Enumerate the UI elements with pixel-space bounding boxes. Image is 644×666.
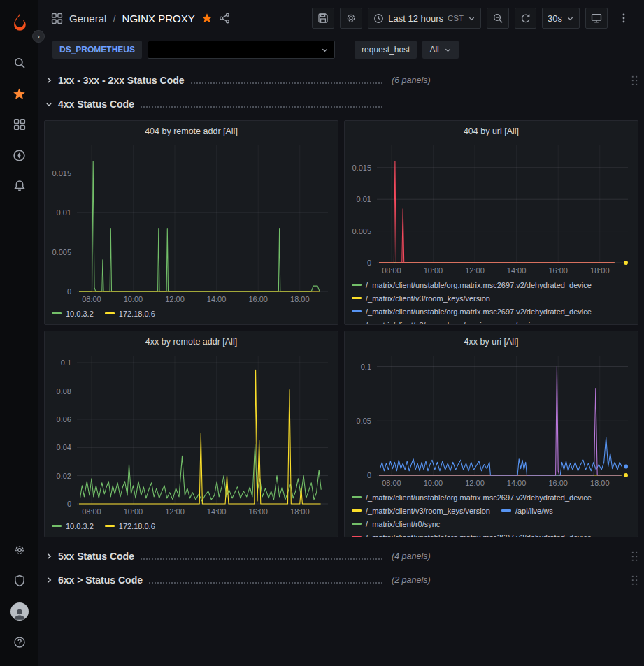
sidebar-item-alerting[interactable] — [5, 171, 34, 201]
legend-label: /_matrix/client/unstable/org.matrix.msc2… — [366, 307, 592, 316]
row-drag-handle[interactable] — [631, 574, 638, 586]
legend-color-swatch — [352, 284, 362, 286]
tv-mode-button[interactable] — [585, 8, 608, 29]
sidebar-item-server-admin[interactable] — [5, 565, 34, 596]
legend-label: /api/live/ws — [515, 507, 553, 515]
question-circle-icon — [13, 636, 26, 649]
timeseries-chart[interactable]: 00.020.040.060.080.108:0010:0012:0014:00… — [45, 349, 338, 518]
legend-color-swatch — [352, 536, 362, 537]
kebab-menu-button[interactable] — [613, 8, 634, 29]
legend-color-swatch — [352, 496, 362, 498]
refresh-interval-picker[interactable]: 30s — [542, 8, 580, 29]
sidebar-item-configuration[interactable] — [5, 535, 34, 565]
panel-title[interactable]: 404 by remote addr [All] — [45, 121, 338, 138]
timeseries-chart[interactable]: 00.0050.010.01508:0010:0012:0014:0016:00… — [45, 138, 338, 305]
datasource-variable-select[interactable] — [148, 41, 335, 59]
row-title: 6xx > Status Code — [58, 574, 143, 586]
chart-svg: 00.050.108:0010:0012:0014:0016:0018:00 — [345, 349, 638, 489]
panel-title[interactable]: 404 by uri [All] — [345, 121, 638, 138]
legend-color-swatch — [105, 525, 115, 527]
request-host-variable-label: request_host — [355, 41, 417, 59]
row-drag-handle[interactable] — [631, 75, 638, 87]
legend-item[interactable]: /sw.js — [501, 318, 534, 324]
grafana-logo[interactable] — [5, 7, 34, 38]
legend-color-swatch — [52, 312, 62, 314]
legend-item[interactable]: /_matrix/client/r0/sync — [352, 517, 440, 530]
favorite-star-icon[interactable] — [201, 13, 213, 24]
legend-item[interactable]: /_matrix/client/unstable/org.matrix.msc2… — [352, 305, 592, 318]
svg-text:08:00: 08:00 — [82, 507, 101, 516]
svg-text:14:00: 14:00 — [507, 266, 527, 275]
svg-text:18:00: 18:00 — [590, 479, 610, 487]
legend-label: /_matrix/client/v3/room_keys/version — [366, 507, 490, 515]
row-1xx-3xx-2xx[interactable]: 1xx - 3xx - 2xx Status Code (6 panels) — [44, 70, 638, 91]
legend-item[interactable]: /_matrix/client/v3/room_keys/version — [352, 504, 490, 517]
svg-text:0: 0 — [367, 471, 371, 479]
row-6xx[interactable]: 6xx > Status Code (2 panels) — [44, 570, 638, 591]
svg-text:0.01: 0.01 — [57, 208, 71, 217]
sidebar-item-search[interactable] — [5, 48, 34, 78]
dashboard-title[interactable]: NGINX PROXY — [122, 13, 195, 24]
refresh-button[interactable] — [515, 8, 536, 29]
row-4xx[interactable]: 4xx Status Code — [44, 94, 638, 115]
sidebar-item-starred[interactable] — [5, 78, 34, 109]
save-dashboard-button[interactable] — [312, 8, 334, 29]
row-panel-count: (6 panels) — [392, 75, 431, 85]
request-host-variable-value: All — [429, 45, 438, 55]
svg-text:0.04: 0.04 — [57, 443, 71, 451]
row-title: 5xx Status Code — [58, 551, 134, 562]
sidebar-item-help[interactable] — [5, 627, 34, 658]
timeseries-chart[interactable]: 00.0050.010.01508:0010:0012:0014:0016:00… — [345, 138, 638, 277]
legend-item[interactable]: 172.18.0.6 — [105, 307, 155, 320]
legend-color-swatch — [501, 324, 511, 324]
legend-label: /_matrix/client/unstable/org.matrix.msc2… — [366, 281, 592, 289]
legend-color-swatch — [501, 509, 511, 512]
grafana-flame-icon — [10, 13, 29, 32]
legend-item[interactable]: 10.0.3.2 — [52, 307, 94, 320]
svg-text:0.02: 0.02 — [57, 472, 71, 480]
legend-item[interactable]: /_matrix/client/v3/room_keys/version — [352, 318, 490, 324]
legend-label: 172.18.0.6 — [119, 522, 155, 530]
dashboard-settings-button[interactable] — [340, 8, 362, 29]
request-host-variable-select[interactable]: All — [422, 41, 458, 59]
time-range-picker[interactable]: Last 12 hours CST — [368, 8, 481, 29]
save-icon — [317, 13, 329, 24]
legend-item[interactable]: /_matrix/client/v3/room_keys/version — [352, 291, 490, 305]
share-icon[interactable] — [219, 13, 230, 24]
row-5xx[interactable]: 5xx Status Code (4 panels) — [44, 546, 638, 567]
legend-label: /_matrix/client/v3/room_keys/version — [366, 321, 490, 325]
timeseries-chart[interactable]: 00.050.108:0010:0012:0014:0016:0018:00 — [345, 349, 638, 489]
sidebar-item-profile[interactable] — [5, 596, 34, 627]
sidebar-item-dashboards[interactable] — [5, 109, 34, 140]
panel-title[interactable]: 4xx by uri [All] — [345, 331, 638, 349]
legend-item[interactable]: 172.18.0.6 — [105, 519, 155, 533]
legend-color-swatch — [52, 525, 62, 527]
legend-label: /_matrix/client/r0/sync — [366, 520, 440, 528]
avatar — [10, 602, 29, 621]
legend-color-swatch — [352, 297, 362, 299]
svg-text:0.1: 0.1 — [361, 363, 371, 371]
svg-text:0.015: 0.015 — [52, 169, 71, 178]
sidebar-item-explore[interactable] — [5, 140, 34, 171]
chevron-down-icon — [44, 99, 54, 109]
panel-title[interactable]: 4xx by remote addr [All] — [45, 331, 338, 349]
row-drag-handle[interactable] — [631, 551, 638, 563]
legend-item[interactable]: /api/live/ws — [501, 504, 553, 517]
breadcrumb-folder[interactable]: General — [69, 13, 106, 24]
datasource-variable-label[interactable]: DS_PROMETHEUS — [52, 41, 142, 59]
legend-item[interactable]: /_matrix/client/unstable/org.matrix.msc2… — [352, 278, 592, 291]
legend-item[interactable]: 10.0.3.2 — [52, 519, 94, 533]
legend-item[interactable]: /_matrix/client/unstable/org.matrix.msc2… — [352, 530, 592, 537]
chevron-down-icon — [468, 15, 475, 22]
svg-text:10:00: 10:00 — [124, 295, 143, 303]
legend-item[interactable]: /_matrix/client/unstable/org.matrix.msc2… — [352, 491, 592, 504]
chart-legend: 10.0.3.2172.18.0.6 — [45, 305, 338, 324]
svg-text:16:00: 16:00 — [248, 295, 268, 303]
panels-grid: 404 by remote addr [All] 00.0050.010.015… — [44, 120, 638, 537]
svg-text:16:00: 16:00 — [548, 479, 568, 487]
svg-text:0.01: 0.01 — [357, 195, 371, 203]
breadcrumb-separator: / — [113, 13, 115, 24]
top-navbar: General / NGINX PROXY Last 12 hours CST — [38, 0, 644, 36]
sidebar-expand-button[interactable]: › — [32, 30, 45, 43]
zoom-out-time-button[interactable] — [487, 8, 509, 29]
